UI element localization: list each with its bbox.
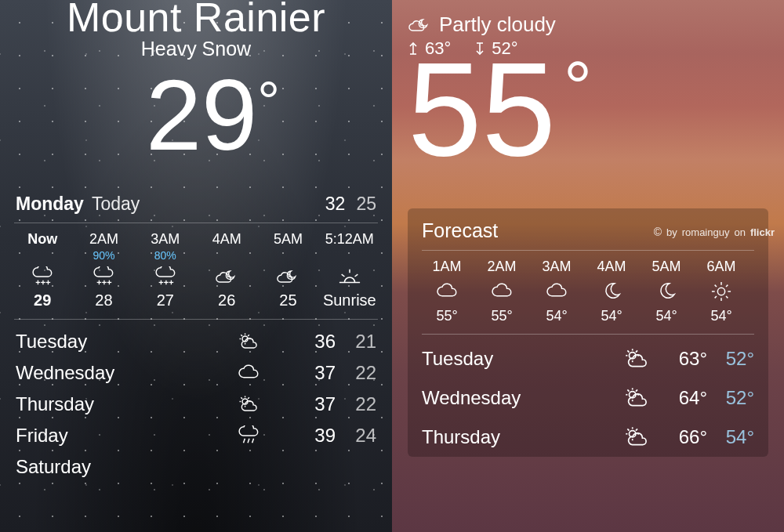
hour-cell[interactable]: 3AM 54° xyxy=(532,259,582,324)
daily-forecast[interactable]: Tuesday 36 21 Wednesday 37 22 Thursday 3… xyxy=(14,320,378,483)
precip-pct: 80% xyxy=(137,249,194,262)
copyright-icon: © xyxy=(654,226,662,238)
daily-day: Saturday xyxy=(16,456,201,478)
daily-low: 21 xyxy=(336,331,376,353)
hour-time: 2AM xyxy=(75,231,132,248)
hour-time: 4AM xyxy=(586,259,637,275)
hourly-forecast[interactable]: Now 29 2AM 90% 28 3AM 80% 27 4AM 26 5AM … xyxy=(14,223,378,320)
daily-forecast[interactable]: Tuesday 63° 52° Wednesday 64° 52° Thursd… xyxy=(422,335,754,457)
moon-icon xyxy=(655,281,678,302)
cloud-night-icon xyxy=(215,266,238,287)
current-temperature: 55° xyxy=(408,52,556,166)
hour-temp: 55° xyxy=(422,308,472,324)
sun-icon xyxy=(710,281,733,302)
cloud-night-icon xyxy=(276,266,299,287)
daily-row[interactable]: Friday 39 24 xyxy=(14,420,378,451)
hour-temp: 26 xyxy=(198,291,255,309)
daily-row[interactable]: Tuesday 63° 52° xyxy=(422,339,754,378)
partly-sunny-icon xyxy=(622,386,651,410)
partly-sunny-icon xyxy=(237,331,260,352)
hour-cell[interactable]: Now 29 xyxy=(14,231,71,309)
hour-time: Now xyxy=(14,231,71,248)
cloud-icon xyxy=(237,363,260,383)
daily-high: 66° xyxy=(660,426,707,448)
hour-temp: 54° xyxy=(532,308,582,324)
weather-panel-right: Partly cloudy 63° 52° 55° © by romainguy… xyxy=(392,0,784,532)
daily-row[interactable]: Wednesday 37 22 xyxy=(14,357,378,389)
daily-low: 24 xyxy=(336,425,376,447)
daily-row[interactable]: Thursday 66° 54° xyxy=(422,418,754,457)
credit-user: romainguy xyxy=(682,226,730,238)
hour-temp: 28 xyxy=(75,291,132,309)
hour-time: 7AM xyxy=(751,259,754,275)
photo-credit[interactable]: © by romainguy on flickr xyxy=(654,226,775,238)
daily-high: 37 xyxy=(295,362,336,384)
credit-on: on xyxy=(734,226,745,238)
daily-row[interactable]: Tuesday 36 21 xyxy=(14,326,378,357)
snow-icon xyxy=(92,266,115,287)
weather-condition: Heavy Snow xyxy=(14,38,378,60)
hour-temp: 54° xyxy=(696,308,746,324)
hour-cell[interactable]: 6AM 54° xyxy=(696,259,746,324)
hour-temp: 27 xyxy=(137,291,194,309)
current-temperature: 29° xyxy=(146,65,257,165)
hour-temp: 54° xyxy=(751,308,754,324)
hour-temp: Sunrise xyxy=(321,291,378,309)
hour-time: 4AM xyxy=(198,231,255,248)
hour-time: 5:12AM xyxy=(321,231,378,248)
hour-cell[interactable]: 5AM 54° xyxy=(641,259,691,324)
daily-day: Thursday xyxy=(16,393,201,415)
sunrise-icon xyxy=(338,266,361,287)
daily-high: 36 xyxy=(295,331,336,353)
credit-site: flickr xyxy=(750,226,775,238)
daily-day: Wednesday xyxy=(16,362,201,384)
rain-icon xyxy=(237,425,260,446)
hourly-forecast[interactable]: 1AM 55° 2AM 55° 3AM 54° 4AM 54° 5AM 54° … xyxy=(422,251,754,334)
location-name: Mount Rainier xyxy=(14,0,378,41)
daily-low: 22 xyxy=(336,362,376,384)
hour-cell[interactable]: 5:12AM Sunrise xyxy=(321,231,378,309)
forecast-card: Forecast 1AM 55° 2AM 55° 3AM 54° 4AM 54°… xyxy=(408,208,768,457)
temp-value: 55 xyxy=(408,34,556,183)
partly-sunny-icon xyxy=(237,394,260,414)
hour-time: 1AM xyxy=(422,259,472,275)
daily-row[interactable]: Saturday xyxy=(14,451,378,483)
weather-condition: Partly cloudy xyxy=(439,13,556,37)
hour-cell[interactable]: 1AM 55° xyxy=(422,259,472,324)
daily-high: 39 xyxy=(295,425,336,447)
hour-cell[interactable]: 3AM 80% 27 xyxy=(137,231,194,309)
degree-symbol: ° xyxy=(564,57,592,118)
hour-time: 3AM xyxy=(137,231,194,248)
hour-temp: 29 xyxy=(14,291,71,309)
temp-value: 29 xyxy=(146,59,257,171)
hour-temp: 55° xyxy=(477,308,527,324)
condition-row: Partly cloudy xyxy=(408,13,768,37)
moon-icon xyxy=(600,281,623,302)
hour-temp: 54° xyxy=(641,308,691,324)
credit-by: by xyxy=(666,226,677,238)
hour-cell[interactable]: 7AM 54° xyxy=(751,259,754,324)
degree-symbol: ° xyxy=(257,73,280,129)
today-row: Monday Today 32 25 xyxy=(14,183,378,223)
daily-day: Friday xyxy=(16,425,201,447)
today-high: 32 xyxy=(325,194,346,215)
daily-row[interactable]: Thursday 37 22 xyxy=(14,389,378,420)
daily-high: 63° xyxy=(660,348,707,370)
hour-cell[interactable]: 2AM 55° xyxy=(477,259,527,324)
cloud-icon xyxy=(545,281,568,302)
snow-icon xyxy=(31,266,54,287)
hour-cell[interactable]: 4AM 54° xyxy=(586,259,637,324)
today-low: 25 xyxy=(356,194,376,215)
hour-cell[interactable]: 5AM 25 xyxy=(260,231,316,309)
partly-sunny-icon xyxy=(622,425,651,449)
partly-sunny-icon xyxy=(622,347,651,371)
daily-day: Wednesday xyxy=(422,387,613,409)
daily-day: Thursday xyxy=(422,426,613,448)
precip-pct xyxy=(198,249,255,262)
hour-temp: 25 xyxy=(260,291,316,309)
snow-icon xyxy=(154,266,177,287)
hour-time: 5AM xyxy=(641,259,691,275)
hour-cell[interactable]: 4AM 26 xyxy=(198,231,255,309)
daily-row[interactable]: Wednesday 64° 52° xyxy=(422,378,754,418)
hour-cell[interactable]: 2AM 90% 28 xyxy=(75,231,132,309)
